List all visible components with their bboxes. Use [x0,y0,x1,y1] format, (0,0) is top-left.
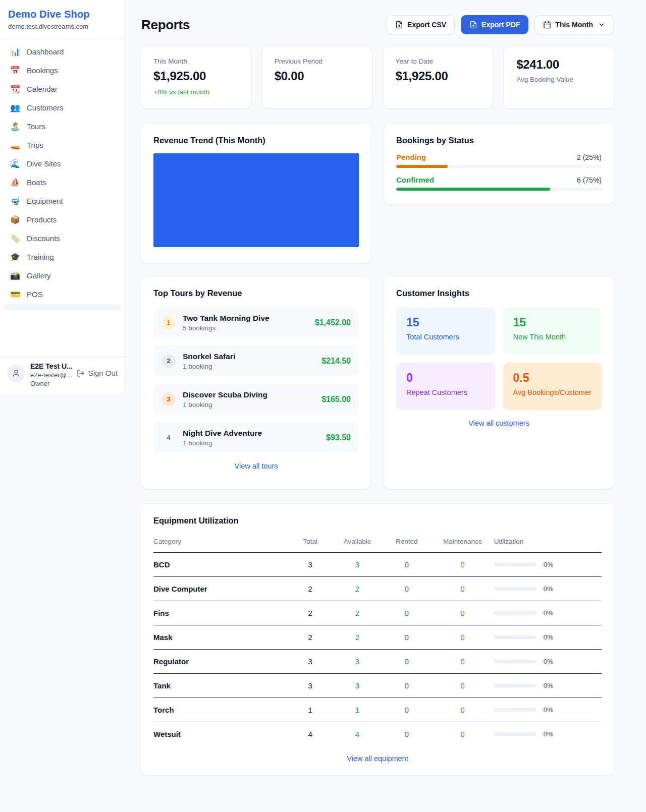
stat-card-avg-booking-value: $241.00 Avg Booking Value [504,46,614,108]
sign-out-label: Sign Out [88,369,118,377]
cell-rented: 0 [382,650,432,674]
view-all-customers-link[interactable]: View all customers [468,419,529,427]
file-download-icon [469,21,477,29]
equipment-utilization-title: Equipment Utilization [153,516,602,526]
sidebar-item-gallery[interactable]: 📸Gallery [4,266,121,285]
sidebar-item-pos[interactable]: 💳POS [4,285,121,304]
status-label: Confirmed [396,176,434,184]
cell-available: 3 [333,553,382,577]
customer-insights-card: Customer Insights 15 Total Customers 15 … [384,277,614,489]
utilization-bar [494,660,536,663]
column-header-maintenance: Maintenance [432,533,494,553]
sidebar-item-label: Customers [27,103,64,112]
sidebar-item-products[interactable]: 📦Products [4,210,121,229]
bookings-by-status-title: Bookings by Status [396,136,602,145]
table-row: Fins 2 2 0 0 0% [153,601,602,625]
rank-badge: 1 [162,316,176,330]
cell-total: 2 [288,625,333,650]
status-row-confirmed: Confirmed 6 (75%) [396,176,602,191]
avatar [7,364,25,382]
file-download-icon [395,21,403,29]
sign-out-button[interactable]: Sign Out [77,369,118,377]
tour-row: 2 Snorkel Safari 1 booking $214.50 [153,345,359,376]
cell-rented: 0 [382,553,432,577]
insight-value: 15 [406,316,485,329]
camera-icon: 📸 [10,272,20,280]
cell-category: Torch [153,698,288,722]
sidebar-item-bookings[interactable]: 📅Bookings [4,61,121,80]
customer-insights-title: Customer Insights [396,288,602,298]
sidebar-item-label: Boats [27,178,46,187]
table-row: Mask 2 2 0 0 0% [153,625,602,650]
cell-category: Tank [153,674,288,698]
sidebar-item-dashboard[interactable]: 📊Dashboard [4,42,121,61]
stat-value: $0.00 [275,69,360,83]
chevron-down-icon [598,21,605,28]
status-bar-fill [396,165,448,168]
cell-total: 4 [288,722,333,746]
stat-value: $241.00 [516,57,602,72]
period-dropdown[interactable]: This Month [534,15,614,34]
sidebar-item-reports-partial[interactable] [4,304,121,310]
user-panel: E2E Test U... e2e-tester@... Owner Sign … [0,356,125,393]
sidebar-item-customers[interactable]: 👥Customers [4,98,121,117]
stat-card-previous-period: Previous Period $0.00 [262,46,372,108]
calendar-icon [543,21,551,29]
tour-bookings: 1 booking [183,439,319,447]
tour-revenue: $93.50 [326,433,351,442]
stat-label: This Month [153,57,239,65]
view-all-equipment-link[interactable]: View all equipment [347,755,408,763]
tour-row: 1 Two Tank Morning Dive 5 bookings $1,45… [153,307,359,338]
stat-value: $1,925.00 [396,69,481,83]
cell-rented: 0 [382,625,432,650]
insight-value: 0 [406,371,485,385]
insight-value: 0.5 [513,371,592,385]
cell-maintenance: 0 [432,698,494,722]
sidebar-item-training[interactable]: 🎓Training [4,248,121,266]
sidebar-item-label: Calendar [27,85,58,93]
sidebar-item-label: Dashboard [27,47,64,56]
top-tours-card: Top Tours by Revenue 1 Two Tank Morning … [141,277,371,489]
tour-revenue: $214.50 [321,357,351,366]
tour-revenue: $1,452.00 [315,318,351,327]
utilization-pct: 0% [544,682,554,689]
column-header-rented: Rented [382,533,432,553]
utilization-bar [494,635,536,639]
calendar-date-icon: 📅 [10,67,20,75]
equipment-utilization-card: Equipment Utilization Category Total Ava… [141,504,614,775]
insight-tile-new-this-month: 15 New This Month [503,307,602,355]
sidebar-item-trips[interactable]: 🚤Trips [4,136,121,154]
sidebar-item-boats[interactable]: ⛵Boats [4,173,121,192]
view-all-tours-link[interactable]: View all tours [235,462,278,470]
utilization-pct: 0% [544,585,554,593]
bar-chart-icon: 📊 [10,48,20,56]
diving-mask-icon: 🤿 [10,197,20,205]
status-label: Pending [396,153,426,161]
cell-total: 1 [288,698,333,722]
sidebar-item-label: Tours [27,122,45,131]
tour-revenue: $165.00 [321,395,351,404]
insight-tile-repeat-customers: 0 Repeat Customers [396,363,495,410]
sidebar-item-dive-sites[interactable]: 🌊Dive Sites [4,154,121,173]
utilization-pct: 0% [544,730,554,738]
page-title: Reports [141,17,190,33]
table-row: BCD 3 3 0 0 0% [153,553,602,577]
sidebar-item-calendar[interactable]: 📆Calendar [4,80,121,98]
column-header-category: Category [153,533,288,553]
sidebar-item-label: POS [27,290,43,299]
column-header-total: Total [288,533,333,553]
cell-available: 3 [333,674,382,698]
export-csv-button[interactable]: Export CSV [387,15,455,34]
sidebar-item-discounts[interactable]: 🏷️Discounts [4,229,121,248]
column-header-available: Available [333,533,382,553]
credit-card-icon: 💳 [10,291,20,299]
export-pdf-label: Export PDF [481,21,520,29]
user-role: Owner [30,380,72,387]
cell-category: Fins [153,601,288,625]
cell-total: 3 [288,674,333,698]
sidebar-item-equipment[interactable]: 🤿Equipment [4,192,121,210]
sidebar-item-tours[interactable]: 🏝️Tours [4,117,121,136]
table-row: Tank 3 3 0 0 0% [153,674,602,698]
export-pdf-button[interactable]: Export PDF [461,15,528,34]
utilization-bar [494,684,536,687]
